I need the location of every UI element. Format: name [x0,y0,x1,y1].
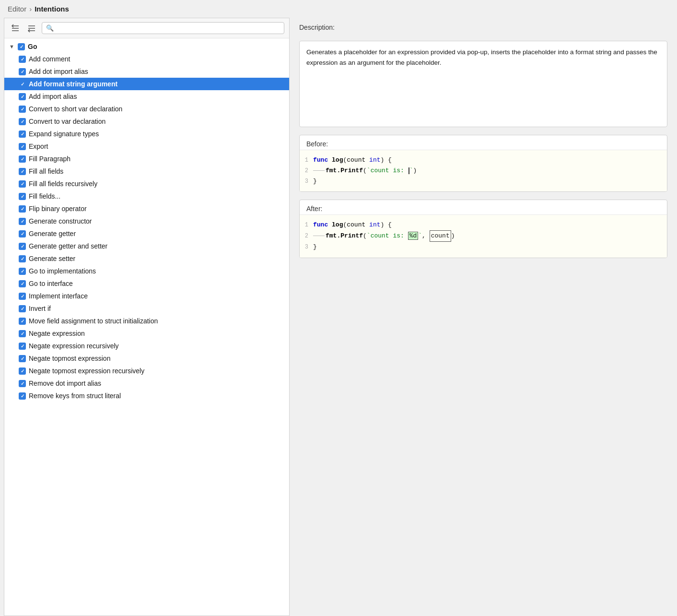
item-checkbox[interactable] [19,330,26,337]
item-checkbox[interactable] [19,218,26,225]
item-checkbox[interactable] [19,293,26,300]
list-item[interactable]: Negate expression [4,327,289,340]
list-item[interactable]: Fill all fields recursively [4,178,289,190]
list-item[interactable]: Negate topmost expression [4,352,289,365]
item-checkbox[interactable] [19,392,26,400]
item-checkbox[interactable] [19,81,26,88]
after-title: After: [300,200,667,214]
item-checkbox[interactable] [19,68,26,75]
list-item[interactable]: Go to implementations [4,265,289,277]
item-checkbox[interactable] [19,118,26,125]
before-code-block: 1 func log(count int) { 2 fmt.Printf(`co… [300,150,667,191]
list-item[interactable]: Generate constructor [4,215,289,227]
code-line: 1 func log(count int) { [300,155,667,166]
list-item[interactable]: Negate expression recursively [4,340,289,352]
item-checkbox[interactable] [19,130,26,138]
list-item[interactable]: Add import alias [4,90,289,103]
list-item[interactable]: Remove dot import alias [4,377,289,390]
item-checkbox[interactable] [19,380,26,387]
item-checkbox[interactable] [19,155,26,163]
list-item[interactable]: Convert to var declaration [4,115,289,128]
search-icon: 🔍 [46,24,54,32]
item-checkbox[interactable] [19,305,26,312]
list-item[interactable]: Flip binary operator [4,202,289,215]
code-line: 2 fmt.Printf(`count is: %d`, count) [300,230,667,242]
item-checkbox[interactable] [19,180,26,188]
item-checkbox[interactable] [19,205,26,213]
item-checkbox[interactable] [19,243,26,250]
list-item[interactable]: Remove keys from struct literal [4,390,289,402]
before-title: Before: [300,135,667,150]
list-item[interactable]: Move field assignment to struct initiali… [4,315,289,327]
item-checkbox[interactable] [19,143,26,150]
description-section: Generates a placeholder for an expressio… [299,41,667,127]
item-checkbox[interactable] [19,106,26,113]
list-item[interactable]: Generate setter [4,252,289,265]
before-section: Before: 1 func log(count int) { 2 fmt.Pr… [299,135,667,192]
content-area: 🔍 ▼ Go Add comment Add dot [0,18,677,616]
item-checkbox[interactable] [19,343,26,350]
list-item[interactable]: Negate topmost expression recursively [4,365,289,377]
list-item[interactable]: Add dot import alias [4,65,289,78]
group-label-go: Go [28,43,37,50]
group-chevron-icon: ▼ [9,44,15,49]
list-item[interactable]: Fill Paragraph [4,153,289,165]
list-item[interactable]: Add comment [4,53,289,65]
list-item[interactable]: Invert if [4,302,289,315]
description-text: Generates a placeholder for an expressio… [306,47,660,68]
list-item[interactable]: Export [4,140,289,153]
right-panel: Description: Generates a placeholder for… [290,18,677,616]
code-line: 3 } [300,242,667,252]
header: Editor › Intentions [0,0,677,18]
item-checkbox[interactable] [19,268,26,275]
after-code-block: 1 func log(count int) { 2 fmt.Printf(`co… [300,214,667,257]
main-container: Editor › Intentions [0,0,677,616]
search-input[interactable] [57,24,280,32]
item-checkbox[interactable] [19,367,26,375]
item-checkbox[interactable] [19,355,26,362]
list-item[interactable]: Fill fields... [4,190,289,202]
list-item[interactable]: Expand signature types [4,128,289,140]
code-line: 2 fmt.Printf(`count is: `) [300,166,667,176]
list-item-selected[interactable]: Add format string argument [4,78,289,90]
item-checkbox[interactable] [19,168,26,175]
items-list: ▼ Go Add comment Add dot import alias Ad… [4,38,289,616]
code-line: 3 } [300,176,667,187]
description-section-title: Description: [299,24,667,31]
item-checkbox[interactable] [19,318,26,325]
breadcrumb-chevron: › [29,5,32,13]
code-line: 1 func log(count int) { [300,220,667,230]
list-item[interactable]: Convert to short var declaration [4,103,289,115]
item-checkbox[interactable] [19,56,26,63]
item-checkbox[interactable] [19,93,26,100]
toolbar: 🔍 [4,18,289,38]
list-item[interactable]: Generate getter [4,227,289,240]
group-checkbox-go[interactable] [18,43,25,50]
after-section: After: 1 func log(count int) { 2 fmt.Pri… [299,200,667,258]
item-checkbox[interactable] [19,280,26,287]
page-title: Intentions [35,5,69,13]
list-item[interactable]: Fill all fields [4,165,289,178]
search-box[interactable]: 🔍 [42,22,284,34]
collapse-all-button[interactable] [25,23,38,34]
left-panel: 🔍 ▼ Go Add comment Add dot [4,18,290,616]
item-checkbox[interactable] [19,193,26,200]
item-checkbox[interactable] [19,255,26,262]
group-row-go[interactable]: ▼ Go [4,40,289,53]
breadcrumb-editor: Editor [8,5,26,13]
item-checkbox[interactable] [19,230,26,237]
list-item[interactable]: Implement interface [4,290,289,302]
expand-all-button[interactable] [9,23,22,34]
list-item[interactable]: Go to interface [4,277,289,290]
list-item[interactable]: Generate getter and setter [4,240,289,252]
